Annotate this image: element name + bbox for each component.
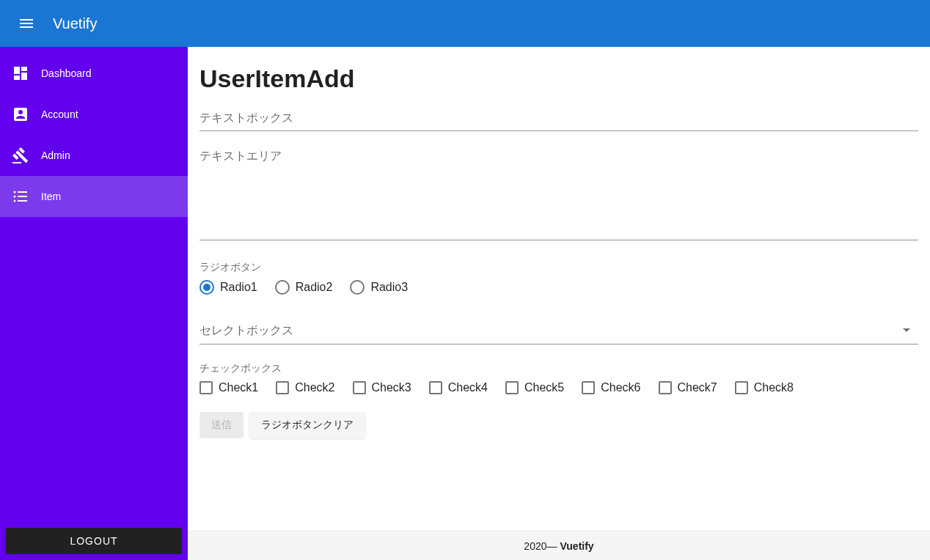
sidebar-item-label: Account: [41, 108, 78, 120]
textarea-input[interactable]: [199, 167, 918, 240]
checkbox-icon: [276, 381, 289, 394]
checkbox-option-1[interactable]: Check1: [199, 381, 258, 394]
radio-option-2[interactable]: Radio2: [275, 280, 333, 295]
textarea-field: テキストエリア: [199, 149, 918, 243]
radio-label: Radio3: [370, 281, 408, 294]
radio-group: Radio1 Radio2 Radio3: [199, 280, 918, 295]
chevron-down-icon: [898, 321, 915, 342]
sidebar-item-label: Item: [41, 191, 61, 202]
sidebar-item-item[interactable]: Item: [0, 176, 188, 217]
app-title: Vuetify: [53, 15, 97, 32]
checkbox-icon: [429, 381, 442, 394]
textbox-field: テキストボックス: [199, 105, 918, 131]
checkbox-icon: [582, 381, 595, 394]
radio-label: Radio2: [296, 281, 333, 294]
footer-year: 2020: [524, 540, 546, 552]
menu-button[interactable]: [12, 9, 41, 38]
checkbox-option-6[interactable]: Check6: [582, 381, 640, 394]
button-row: 送信 ラジオボタンクリア: [199, 412, 918, 438]
radio-label: Radio1: [220, 281, 257, 294]
checkbox-label: Check4: [448, 381, 488, 394]
checkbox-label: Check6: [601, 381, 640, 394]
submit-button[interactable]: 送信: [199, 412, 244, 438]
page-title: UserItemAdd: [199, 65, 918, 93]
sidebar-list: Dashboard Account Admin Item: [0, 47, 188, 522]
radio-circle-icon: [350, 280, 365, 295]
checkbox-option-3[interactable]: Check3: [353, 381, 411, 394]
clear-radio-button[interactable]: ラジオボタンクリア: [249, 412, 365, 438]
checkbox-group-label: チェックボックス: [199, 362, 918, 375]
radio-group-label: ラジオボタン: [199, 261, 918, 274]
checkbox-option-2[interactable]: Check2: [276, 381, 334, 394]
checkbox-option-5[interactable]: Check5: [505, 381, 564, 394]
checkbox-option-7[interactable]: Check7: [659, 381, 717, 394]
checkbox-label: Check5: [524, 381, 564, 394]
footer-name: Vuetify: [560, 540, 594, 552]
footer: 2020 — Vuetify: [188, 531, 930, 560]
checkbox-option-4[interactable]: Check4: [429, 381, 488, 394]
select-field[interactable]: セレクトボックス: [199, 318, 918, 345]
checkbox-icon: [199, 381, 213, 394]
radio-option-3[interactable]: Radio3: [350, 280, 408, 295]
sidebar-item-account[interactable]: Account: [0, 94, 188, 135]
select-label: セレクトボックス: [199, 318, 918, 345]
sidebar-item-admin[interactable]: Admin: [0, 135, 188, 176]
account-icon: [12, 106, 41, 123]
checkbox-group: Check1 Check2 Check3 Check4 Check5 Check…: [199, 381, 918, 394]
checkbox-icon: [505, 381, 519, 394]
footer-dash: —: [547, 540, 557, 552]
radio-circle-icon: [199, 280, 214, 295]
sidebar-item-dashboard[interactable]: Dashboard: [0, 53, 188, 94]
textbox-input[interactable]: [199, 105, 918, 131]
gavel-icon: [12, 147, 41, 164]
checkbox-icon: [353, 381, 366, 394]
sidebar-item-label: Dashboard: [41, 67, 92, 79]
radio-option-1[interactable]: Radio1: [199, 280, 257, 295]
checkbox-label: Check3: [372, 381, 411, 394]
checkbox-label: Check7: [678, 381, 717, 394]
checkbox-label: Check2: [295, 381, 334, 394]
sidebar: Dashboard Account Admin Item LOGOUT: [0, 47, 188, 560]
checkbox-option-8[interactable]: Check8: [735, 381, 794, 394]
menu-icon: [18, 15, 35, 32]
sidebar-item-label: Admin: [41, 150, 70, 161]
app-bar: Vuetify: [0, 0, 930, 47]
textarea-label: テキストエリア: [199, 149, 918, 164]
dashboard-icon: [12, 65, 41, 82]
content: UserItemAdd テキストボックス テキストエリア ラジオボタン Radi…: [188, 47, 930, 531]
checkbox-label: Check1: [219, 381, 258, 394]
radio-circle-icon: [275, 280, 290, 295]
checkbox-icon: [735, 381, 748, 394]
list-icon: [12, 188, 41, 205]
checkbox-icon: [659, 381, 672, 394]
logout-button[interactable]: LOGOUT: [6, 528, 182, 554]
main: UserItemAdd テキストボックス テキストエリア ラジオボタン Radi…: [188, 47, 930, 560]
checkbox-label: Check8: [754, 381, 794, 394]
